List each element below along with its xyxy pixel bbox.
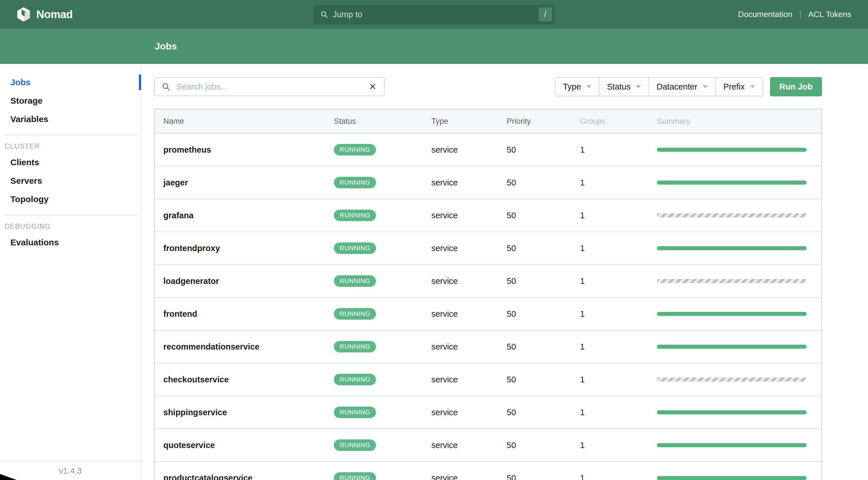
job-name-link[interactable]: recommendationservice	[163, 342, 259, 351]
job-priority: 50	[507, 429, 580, 461]
table-row[interactable]: frontend RUNNING service 50 1	[154, 297, 822, 330]
sidebar-item-variables[interactable]: Variables	[0, 110, 141, 128]
job-type: service	[431, 297, 507, 330]
filter-label: Status	[607, 82, 631, 92]
table-row[interactable]: grafana RUNNING service 50 1	[154, 199, 822, 232]
job-name-link[interactable]: quoteservice	[163, 441, 215, 450]
nomad-brand[interactable]: Nomad	[0, 7, 72, 22]
summary-bar	[657, 181, 807, 185]
job-name-link[interactable]: jaeger	[163, 178, 188, 187]
brand-name: Nomad	[36, 8, 72, 21]
search-icon	[162, 82, 170, 91]
job-priority: 50	[507, 461, 580, 480]
status-badge: RUNNING	[334, 144, 376, 156]
sidebar-section-cluster: CLUSTER	[0, 142, 141, 150]
job-groups: 1	[580, 461, 657, 480]
page-header-bar: Jobs	[0, 29, 868, 64]
column-header-type[interactable]: Type	[431, 109, 507, 133]
clear-search-icon[interactable]: ✕	[369, 82, 376, 91]
summary-bar	[657, 476, 807, 480]
job-priority: 50	[507, 232, 580, 265]
job-type: service	[431, 429, 507, 461]
run-job-button[interactable]: Run Job	[770, 77, 822, 96]
job-priority: 50	[507, 396, 580, 429]
sidebar-item-servers[interactable]: Servers	[0, 171, 141, 190]
job-type: service	[431, 396, 507, 429]
column-header-name[interactable]: Name	[154, 109, 334, 133]
status-badge: RUNNING	[334, 407, 376, 418]
table-row[interactable]: jaeger RUNNING service 50 1	[154, 166, 822, 199]
job-priority: 50	[507, 265, 580, 297]
filter-datacenter-dropdown[interactable]: Datacenter	[649, 77, 716, 96]
table-row[interactable]: prometheus RUNNING service 50 1	[154, 133, 822, 166]
column-header-status[interactable]: Status	[334, 109, 431, 133]
job-name-link[interactable]: checkoutservice	[163, 375, 229, 384]
summary-bar	[657, 443, 807, 447]
documentation-link[interactable]: Documentation	[738, 10, 792, 19]
jobs-search-box[interactable]: ✕	[154, 77, 384, 96]
job-name-link[interactable]: grafana	[163, 211, 194, 220]
job-priority: 50	[507, 166, 580, 199]
status-badge: RUNNING	[334, 439, 376, 451]
summary-bar	[657, 312, 807, 316]
chevron-down-icon	[750, 85, 755, 88]
job-name-link[interactable]: frontendproxy	[163, 244, 220, 253]
filter-group: Type Status Datacenter Prefix	[555, 77, 763, 96]
summary-bar	[657, 246, 807, 250]
sidebar-divider	[3, 135, 138, 135]
sidebar-item-storage[interactable]: Storage	[0, 92, 141, 110]
job-type: service	[431, 133, 507, 166]
toolbar-right-controls: Type Status Datacenter Prefix	[555, 77, 822, 96]
status-badge: RUNNING	[334, 177, 376, 188]
table-row[interactable]: recommendationservice RUNNING service 50…	[154, 330, 822, 363]
sidebar-item-jobs[interactable]: Jobs	[0, 73, 141, 92]
table-row[interactable]: productcatalogservice RUNNING service 50…	[154, 461, 822, 480]
filter-status-dropdown[interactable]: Status	[599, 77, 649, 96]
summary-bar	[657, 213, 807, 217]
job-name-link[interactable]: frontend	[163, 309, 197, 318]
chevron-down-icon	[636, 85, 641, 88]
job-name-link[interactable]: shippingservice	[163, 408, 227, 417]
status-badge: RUNNING	[334, 210, 376, 221]
column-header-groups: Groups	[580, 109, 657, 133]
job-type: service	[431, 232, 507, 265]
job-type: service	[431, 330, 507, 363]
table-row[interactable]: shippingservice RUNNING service 50 1	[154, 396, 822, 429]
filter-type-dropdown[interactable]: Type	[555, 77, 599, 96]
job-groups: 1	[580, 297, 657, 330]
nav-separator: |	[792, 10, 808, 19]
table-row[interactable]: checkoutservice RUNNING service 50 1	[154, 363, 822, 396]
status-badge: RUNNING	[334, 275, 376, 287]
sidebar-item-evaluations[interactable]: Evaluations	[0, 233, 141, 252]
jump-to-search[interactable]: /	[313, 5, 555, 24]
filter-prefix-dropdown[interactable]: Prefix	[715, 77, 763, 96]
job-type: service	[431, 461, 507, 480]
summary-bar	[657, 410, 807, 414]
filter-label: Type	[563, 82, 581, 92]
status-badge: RUNNING	[334, 472, 376, 480]
summary-bar	[657, 148, 807, 152]
table-row[interactable]: frontendproxy RUNNING service 50 1	[154, 232, 822, 265]
slash-shortcut-key: /	[539, 7, 552, 21]
job-name-link[interactable]: loadgenerator	[163, 277, 219, 286]
acl-tokens-link[interactable]: ACL Tokens	[808, 10, 851, 19]
job-groups: 1	[580, 265, 657, 297]
sidebar: Jobs Storage Variables CLUSTER Clients S…	[0, 64, 141, 480]
sidebar-item-clients[interactable]: Clients	[0, 153, 141, 171]
jobs-table: Name Status Type Priority Groups Summary…	[154, 109, 822, 480]
jobs-search-input[interactable]	[170, 82, 369, 92]
job-name-link[interactable]: prometheus	[163, 145, 211, 154]
top-navbar: Nomad / Documentation | ACL Tokens	[0, 0, 868, 29]
job-groups: 1	[580, 363, 657, 396]
job-type: service	[431, 199, 507, 232]
table-row[interactable]: quoteservice RUNNING service 50 1	[154, 429, 822, 461]
toolbar: ✕ Type Status Datacenter	[154, 77, 822, 96]
jump-to-input[interactable]	[333, 10, 539, 19]
column-header-priority[interactable]: Priority	[507, 109, 580, 133]
sidebar-item-topology[interactable]: Topology	[0, 190, 141, 209]
job-name-link[interactable]: productcatalogservice	[163, 473, 252, 480]
job-priority: 50	[507, 363, 580, 396]
table-row[interactable]: loadgenerator RUNNING service 50 1	[154, 265, 822, 297]
column-header-summary: Summary	[657, 109, 822, 133]
job-groups: 1	[580, 166, 657, 199]
